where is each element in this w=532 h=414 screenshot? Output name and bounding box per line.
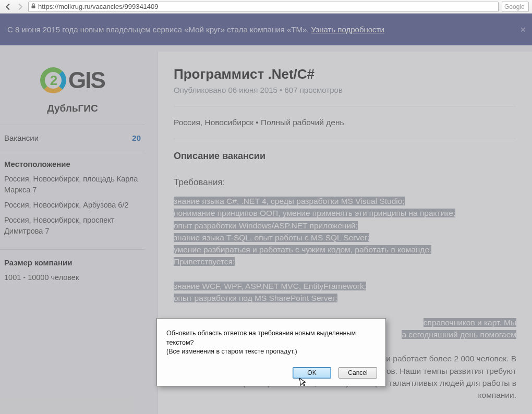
page-viewport: С 8 июня 2015 года новым владельцем серв… <box>0 14 532 414</box>
req-line-3: знание языка T-SQL, опыт работы с MS SQL… <box>174 233 369 242</box>
vacancy-title: Программист .Net/C# <box>174 66 516 82</box>
req2-line-1: опыт разработки под MS SharePoint Server… <box>174 294 337 302</box>
sidebar: 2GIS ДубльГИС Вакансии 20 Местоположение… <box>0 52 151 414</box>
frag-a: справочников и карт. Мы <box>424 318 516 327</box>
forward-button[interactable] <box>16 2 25 11</box>
announcement-banner: С 8 июня 2015 года новым владельцем серв… <box>0 14 532 45</box>
req-line-0: знание языка C#, .NET 4, среды разработк… <box>174 197 405 205</box>
url-text: https://moikrug.ru/vacancies/999341409 <box>38 3 159 10</box>
requirements-header: Требования: <box>174 177 516 188</box>
size-title: Размер компании <box>4 258 141 267</box>
vacancies-count[interactable]: 20 <box>132 133 141 142</box>
company-card: 2GIS ДубльГИС <box>0 52 145 125</box>
description-header: Описание вакансии <box>174 151 516 162</box>
address-0: Россия, Новосибирск, площадь Карла Маркс… <box>4 174 141 196</box>
cancel-button[interactable]: Cancel <box>338 367 377 379</box>
req-line-2: опыт разработки Windows/ASP.NET приложен… <box>174 221 358 230</box>
close-icon[interactable]: × <box>520 24 526 35</box>
size-value: 1001 - 10000 человек <box>4 272 141 283</box>
address-2: Россия, Новосибирск, проспект Димитрова … <box>4 215 141 237</box>
browser-toolbar: https://moikrug.ru/vacancies/999341409 G… <box>0 0 532 14</box>
req-line-4: умение разбираться и работать с чужим ко… <box>174 245 431 254</box>
company-logo[interactable]: 2GIS <box>40 67 105 93</box>
divider <box>174 139 516 139</box>
divider <box>174 106 516 106</box>
req-line-5: Приветствуется: <box>174 257 235 266</box>
req2-line-0: знание WCF, WPF, ASP.NET MVC, EntityFram… <box>174 282 366 290</box>
banner-text: С 8 июня 2015 года новым владельцем серв… <box>7 25 311 34</box>
vacancies-label[interactable]: Вакансии <box>4 133 39 142</box>
browser-search[interactable]: Google <box>502 2 529 12</box>
vacancy-location: Россия, Новосибирск • Полный рабочий ден… <box>174 118 516 127</box>
location-title: Местоположение <box>4 160 141 168</box>
logo-circle-icon: 2 <box>40 67 66 93</box>
lock-icon <box>31 3 36 10</box>
vacancy-meta: Опубликовано 06 июня 2015 • 607 просмотр… <box>174 86 516 94</box>
address-bar[interactable]: https://moikrug.ru/vacancies/999341409 <box>28 2 499 12</box>
back-button[interactable] <box>3 2 13 11</box>
svg-rect-0 <box>32 6 35 9</box>
address-1: Россия, Новосибирск, Арбузова 6/2 <box>4 200 141 211</box>
ok-button[interactable]: OK <box>293 367 331 379</box>
banner-link[interactable]: Узнать подробности <box>311 25 384 34</box>
dialog-line-2: (Все изменения в старом тексте пропадут.… <box>166 347 376 357</box>
req-line-1: понимание принципов ООП, умение применят… <box>174 209 455 217</box>
confirm-dialog: Обновить область ответов на требования н… <box>156 318 386 386</box>
company-name[interactable]: ДубльГИС <box>5 103 140 114</box>
frag-b: а сегодняшний день помогаем <box>402 330 516 339</box>
dialog-line-1: Обновить область ответов на требования н… <box>166 329 376 347</box>
